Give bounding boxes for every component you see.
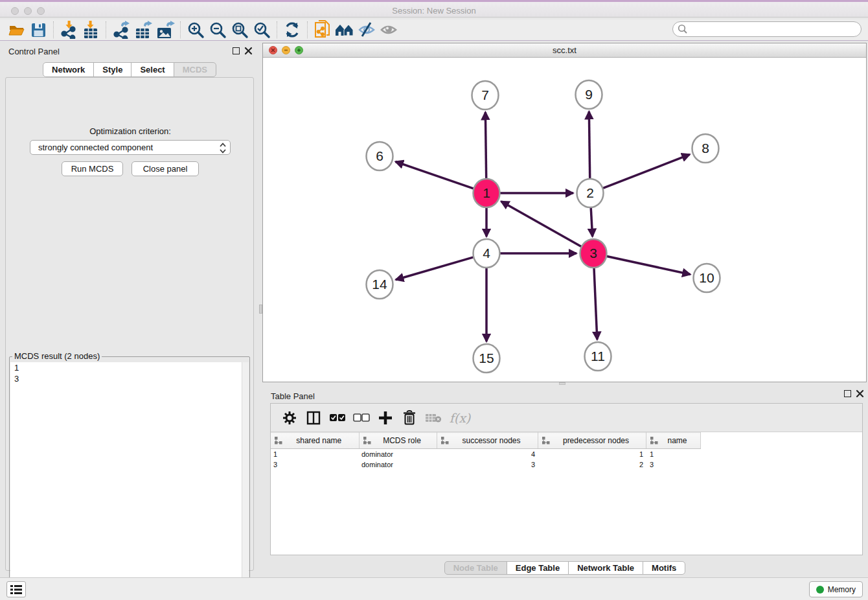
zoom-in-icon bbox=[187, 21, 205, 39]
float-panel-icon[interactable] bbox=[844, 390, 851, 397]
function-builder-button[interactable]: f(x) bbox=[445, 406, 475, 430]
task-history-button[interactable] bbox=[6, 581, 26, 597]
unselect-all-button[interactable] bbox=[349, 406, 373, 430]
zoom-in-button[interactable] bbox=[185, 20, 207, 40]
edge-3-11[interactable] bbox=[594, 266, 597, 340]
eye-icon bbox=[379, 21, 398, 38]
tab-node-table[interactable]: Node Table bbox=[444, 561, 507, 575]
cell-predecessor-nodes[interactable]: 1 bbox=[538, 449, 646, 459]
save-session-button[interactable] bbox=[27, 20, 49, 40]
add-button[interactable] bbox=[373, 406, 397, 430]
memory-status-icon bbox=[816, 586, 824, 594]
control-panel: Control Panel Network Style Select MCDS … bbox=[0, 41, 259, 577]
close-panel-button[interactable]: Close panel bbox=[131, 161, 199, 176]
run-mcds-button[interactable]: Run MCDS bbox=[62, 161, 123, 176]
cell-name[interactable]: 1 bbox=[646, 449, 700, 459]
import-network-button[interactable] bbox=[58, 20, 80, 40]
float-panel-icon[interactable] bbox=[233, 47, 240, 54]
export-image-icon bbox=[155, 21, 175, 39]
select-all-button[interactable] bbox=[325, 406, 349, 430]
edge-2-9[interactable] bbox=[589, 111, 589, 180]
export-image-button[interactable] bbox=[154, 20, 176, 40]
column-header-successor-nodes[interactable]: successor nodes bbox=[437, 433, 538, 449]
houses-icon bbox=[334, 22, 355, 38]
column-header-shared-name[interactable]: shared name bbox=[271, 433, 359, 449]
node-table-container: f(x) shared name MCDS role successor nod… bbox=[270, 403, 863, 555]
mcds-panel: Optimization criterion: strongly connect… bbox=[5, 77, 254, 571]
tab-mcds[interactable]: MCDS bbox=[174, 62, 216, 77]
zoom-out-icon bbox=[209, 21, 227, 39]
close-panel-icon[interactable] bbox=[856, 389, 864, 398]
tab-network-table[interactable]: Network Table bbox=[568, 561, 643, 575]
edge-4-14[interactable] bbox=[396, 257, 474, 280]
clone-network-button[interactable] bbox=[312, 20, 334, 40]
table-settings-button[interactable] bbox=[277, 406, 301, 430]
edge-2-8[interactable] bbox=[602, 154, 690, 188]
cell-predecessor-nodes[interactable]: 2 bbox=[538, 459, 646, 470]
list-icon bbox=[10, 584, 22, 595]
mcds-result-list[interactable]: 1 3 bbox=[10, 362, 249, 599]
tab-select[interactable]: Select bbox=[131, 62, 174, 77]
delete-table-button[interactable] bbox=[421, 406, 445, 430]
network-window-titlebar[interactable]: scc.txt bbox=[263, 43, 866, 58]
graph-node-label: 11 bbox=[591, 349, 605, 363]
result-item[interactable]: 3 bbox=[10, 373, 249, 384]
edge-3-10[interactable] bbox=[606, 256, 691, 274]
zoom-selected-button[interactable] bbox=[251, 20, 273, 40]
graph-node-label: 6 bbox=[376, 148, 383, 163]
delete-table-icon bbox=[425, 412, 442, 424]
search-input[interactable] bbox=[672, 21, 862, 37]
cell-mcds-role[interactable]: dominator bbox=[359, 459, 437, 470]
unchecked-boxes-icon bbox=[353, 413, 370, 422]
cell-successor-nodes[interactable]: 4 bbox=[437, 449, 538, 459]
open-file-button[interactable] bbox=[5, 20, 27, 40]
export-table-button[interactable] bbox=[132, 20, 154, 40]
cell-shared-name[interactable]: 3 bbox=[271, 459, 359, 470]
criterion-select[interactable]: strongly connected component bbox=[30, 140, 231, 155]
result-scrollbar[interactable] bbox=[242, 362, 249, 599]
split-columns-button[interactable] bbox=[301, 406, 325, 430]
hide-selected-button[interactable] bbox=[356, 20, 378, 40]
column-header-predecessor-nodes[interactable]: predecessor nodes bbox=[538, 433, 646, 449]
edge-1-7[interactable] bbox=[485, 112, 486, 180]
zoom-out-button[interactable] bbox=[207, 20, 229, 40]
column-type-icon bbox=[275, 437, 282, 444]
first-neighbors-button[interactable] bbox=[334, 20, 356, 40]
column-header-name[interactable]: name bbox=[646, 433, 700, 449]
show-all-button[interactable] bbox=[378, 20, 400, 40]
edge-1-6[interactable] bbox=[396, 161, 475, 189]
cell-successor-nodes[interactable]: 3 bbox=[437, 459, 538, 470]
close-panel-icon[interactable] bbox=[244, 47, 253, 55]
toolbar-separator bbox=[307, 21, 308, 38]
apply-layout-button[interactable] bbox=[281, 20, 303, 40]
trash-icon bbox=[403, 410, 416, 425]
export-network-button[interactable] bbox=[110, 20, 132, 40]
zoom-fit-button[interactable] bbox=[229, 20, 251, 40]
result-item[interactable]: 1 bbox=[10, 362, 249, 373]
splitter-grip[interactable] bbox=[559, 382, 565, 385]
node-table: shared name MCDS role successor nodes pr… bbox=[271, 432, 862, 470]
tab-edge-table[interactable]: Edge Table bbox=[507, 561, 569, 575]
table-row[interactable]: 3 dominator 3 2 3 bbox=[271, 459, 862, 470]
tab-style[interactable]: Style bbox=[93, 62, 131, 77]
toolbar-separator bbox=[53, 21, 54, 38]
window-title: Session: New Session bbox=[0, 6, 868, 16]
network-canvas[interactable]: 7968124314101511 bbox=[263, 58, 866, 382]
cell-shared-name[interactable]: 1 bbox=[271, 449, 359, 459]
window-titlebar: Session: New Session bbox=[0, 0, 868, 17]
edge-2-3[interactable] bbox=[591, 206, 593, 237]
select-stepper-icon bbox=[218, 142, 227, 156]
column-type-icon bbox=[363, 437, 371, 444]
tab-motifs[interactable]: Motifs bbox=[643, 561, 685, 575]
cell-mcds-role[interactable]: dominator bbox=[359, 449, 437, 459]
cell-name[interactable]: 3 bbox=[646, 459, 700, 470]
graph-node-label: 14 bbox=[372, 277, 387, 292]
toolbar-separator bbox=[180, 21, 181, 38]
memory-button[interactable]: Memory bbox=[809, 581, 863, 597]
edge-3-1[interactable] bbox=[501, 202, 582, 247]
column-header-mcds-role[interactable]: MCDS role bbox=[359, 433, 437, 449]
delete-button[interactable] bbox=[397, 406, 421, 430]
tab-network[interactable]: Network bbox=[43, 62, 94, 77]
import-table-button[interactable] bbox=[80, 20, 102, 40]
table-row[interactable]: 1 dominator 4 1 1 bbox=[271, 449, 862, 459]
